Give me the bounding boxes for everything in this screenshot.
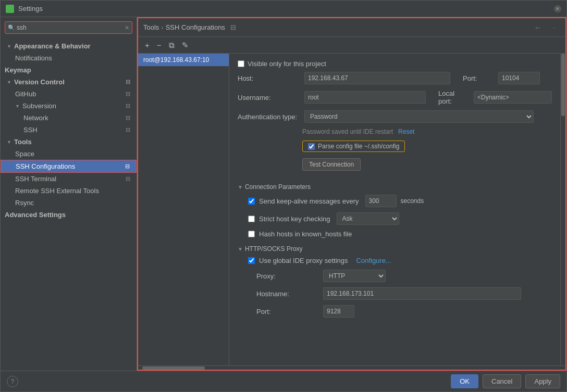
sidebar-item-version-control[interactable]: ▼ Version Control ⊟: [1, 76, 137, 88]
hash-hosts-checkbox[interactable]: [248, 231, 255, 237]
sidebar-item-network-label: Network: [23, 114, 48, 122]
close-button[interactable]: ✕: [554, 5, 561, 12]
sidebar-item-notifications[interactable]: Notifications: [1, 52, 137, 64]
sidebar-item-tools[interactable]: ▼ Tools: [1, 136, 137, 148]
keepalive-checkbox[interactable]: [248, 198, 255, 205]
sidebar-item-appearance[interactable]: ▼ Appearance & Behavior: [1, 40, 137, 52]
edit-button[interactable]: ✎: [179, 40, 191, 51]
network-settings-icon: ⊟: [126, 115, 130, 121]
auth-type-row: Authentication type: Password Key pair O…: [238, 110, 552, 123]
configure-link[interactable]: Configure...: [356, 257, 391, 264]
sidebar-item-ssh-configurations[interactable]: SSH Configurations ⊟: [1, 160, 137, 173]
search-icon: 🔍: [8, 24, 15, 31]
proxy-select[interactable]: HTTP SOCKS: [323, 270, 386, 282]
sidebar-item-ssh-terminal-label: SSH Terminal: [15, 175, 56, 183]
vc-collapse-icon: ▼: [7, 80, 12, 85]
sidebar-item-rsync[interactable]: Rsync: [1, 197, 137, 209]
sidebar-item-space-label: Space: [15, 150, 34, 158]
panel-icon: ⊟: [230, 23, 236, 31]
hash-hosts-row: Hash hosts in known_hosts file: [238, 230, 552, 238]
global-proxy-checkbox[interactable]: [248, 257, 255, 264]
keepalive-label: Send keep-alive messages every: [259, 197, 359, 205]
hash-hosts-label: Hash hosts in known_hosts file: [259, 230, 352, 238]
visible-only-row: Visible only for this project: [238, 60, 552, 68]
window-controls: ✕: [554, 5, 561, 12]
strict-host-checkbox[interactable]: [248, 216, 255, 222]
split-content: root@192.168.43.67:10 Visible only for t…: [138, 54, 565, 365]
toolbar: + − ⧉ ✎: [138, 37, 565, 54]
keepalive-value-input[interactable]: [365, 195, 397, 207]
port-label: Port:: [463, 74, 494, 82]
hostname-label: Hostname:: [256, 290, 319, 298]
search-input[interactable]: [5, 21, 132, 34]
password-status-row: Password saved until IDE restart Reset: [238, 128, 552, 135]
svn-collapse-icon: ▼: [15, 104, 20, 109]
sidebar-item-remote-ssh[interactable]: Remote SSH External Tools: [1, 185, 137, 197]
breadcrumb-separator: ›: [161, 23, 163, 31]
port-input[interactable]: [498, 72, 540, 84]
hostname-row: Hostname:: [238, 287, 552, 300]
sidebar-item-tools-label: Tools: [14, 138, 32, 146]
host-row: Host: Port:: [238, 72, 552, 84]
app-icon: [6, 5, 14, 13]
port2-input[interactable]: [323, 305, 354, 318]
strict-host-label: Strict host key checking: [259, 215, 330, 223]
local-port-input[interactable]: [474, 91, 552, 104]
strict-host-row: Strict host key checking Ask Yes No: [238, 212, 552, 225]
window-title: Settings: [18, 5, 554, 12]
apply-button[interactable]: Apply: [525, 374, 560, 388]
title-bar: Settings ✕: [1, 1, 566, 17]
sidebar-item-advanced[interactable]: Advanced Settings: [1, 209, 137, 221]
vc-settings-icon: ⊟: [126, 79, 130, 85]
conn-params-toggle[interactable]: ▼: [238, 184, 243, 190]
visible-only-label: Visible only for this project: [248, 60, 326, 68]
sidebar-item-keymap[interactable]: Keymap: [1, 64, 137, 76]
host-input[interactable]: [304, 72, 450, 84]
password-status-text: Password saved until IDE restart: [302, 128, 393, 135]
host-label: Host:: [238, 74, 300, 82]
help-button[interactable]: ?: [7, 376, 18, 387]
horizontal-scroll-thumb[interactable]: [142, 366, 205, 370]
sidebar-item-remote-ssh-label: Remote SSH External Tools: [15, 187, 99, 195]
scroll-indicator: [138, 365, 565, 370]
sidebar-item-ssh-conf-label: SSH Configurations: [16, 162, 75, 170]
cancel-button[interactable]: Cancel: [483, 374, 521, 388]
entry-item[interactable]: root@192.168.43.67:10: [138, 54, 229, 67]
clear-icon[interactable]: ✕: [125, 24, 129, 31]
reset-link[interactable]: Reset: [398, 128, 414, 135]
remove-button[interactable]: −: [154, 40, 164, 50]
parse-config-label: Parse config file ~/.ssh/config: [318, 143, 399, 150]
right-panel: Tools › SSH Configurations ⊟ ← → + − ⧉ ✎: [137, 17, 566, 371]
ssh-vc-settings-icon: ⊟: [126, 127, 130, 133]
back-button[interactable]: ←: [531, 22, 545, 33]
auth-type-select[interactable]: Password Key pair OpenSSH config and aut…: [304, 110, 534, 123]
copy-button[interactable]: ⧉: [166, 40, 177, 51]
ok-button[interactable]: OK: [451, 374, 478, 388]
sidebar-item-ssh-vc[interactable]: SSH ⊟: [1, 124, 137, 136]
sidebar-item-subversion[interactable]: ▼ Subversion ⊟: [1, 100, 137, 112]
sidebar-item-space[interactable]: Space: [1, 148, 137, 160]
vertical-scrollbar[interactable]: [560, 54, 565, 365]
global-proxy-label: Use global IDE proxy settings: [259, 257, 348, 264]
username-label: Username:: [238, 94, 300, 102]
test-connection-button[interactable]: Test Connection: [302, 158, 361, 171]
add-button[interactable]: +: [142, 40, 152, 50]
scroll-thumb[interactable]: [561, 54, 565, 116]
sidebar-item-network[interactable]: Network ⊟: [1, 112, 137, 124]
parse-config-checkbox[interactable]: [308, 143, 315, 150]
action-buttons: OK Cancel Apply: [451, 374, 560, 388]
username-input[interactable]: [304, 91, 426, 104]
svg-point-0: [7, 6, 13, 11]
proxy-label: Proxy:: [256, 272, 319, 280]
sidebar-item-ssh-terminal[interactable]: SSH Terminal ⊟: [1, 173, 137, 185]
visible-only-checkbox[interactable]: [238, 60, 244, 67]
forward-button[interactable]: →: [547, 22, 560, 33]
http-proxy-toggle[interactable]: ▼: [238, 246, 243, 252]
strict-host-select[interactable]: Ask Yes No: [337, 212, 399, 225]
entries-panel: root@192.168.43.67:10: [138, 54, 229, 365]
connection-params-label: Connection Parameters: [245, 183, 311, 191]
sidebar-item-appearance-label: Appearance & Behavior: [14, 42, 91, 50]
sidebar-item-github[interactable]: GitHub ⊟: [1, 88, 137, 100]
hostname-input[interactable]: [323, 287, 521, 300]
panel-nav: ← →: [531, 22, 560, 33]
